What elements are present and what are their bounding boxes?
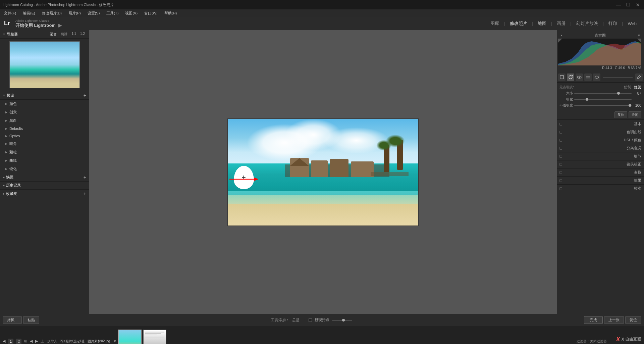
filmstrip-prev-arrow[interactable]: ◀ [30,339,33,343]
graduated-filter-tool[interactable] [584,73,592,81]
collections-add-btn[interactable]: + [84,191,86,196]
histogram-r-value: 44.3 [605,66,612,70]
titlebar-controls[interactable]: — ❐ ✕ [615,2,641,7]
menu-file[interactable]: 文件(F) [1,10,19,16]
preset-group-vignette-header[interactable]: ▶ 暗角 [0,140,89,147]
watermark-x: X [616,336,620,343]
module-tab-web[interactable]: Web [625,20,640,28]
preset-group-defaults-header[interactable]: ▶ Defaults [0,126,89,132]
module-tab-map[interactable]: 地图 [534,19,550,28]
radial-filter-tool[interactable] [593,73,600,81]
collections-header[interactable]: ▶ 收藏夹 + [0,190,89,198]
spot-visibility-slider[interactable] [332,320,352,321]
crop-tool[interactable] [558,73,566,81]
spot-imitate-btn[interactable]: 仿制 [624,85,631,90]
histogram-g-value: 49.6 [619,66,625,70]
zoom-fill[interactable]: 填满 [59,32,69,37]
preset-group-bw-header[interactable]: ▶ 黑白 [0,117,89,124]
filmstrip-thumb-2[interactable] [143,330,166,344]
section-tone-dot [559,131,562,134]
filmstrip-num2[interactable]: 2 [16,339,21,344]
presets-header[interactable]: ▼ 预设 + [0,91,89,100]
section-tone-curve[interactable]: 色调曲线 [557,128,644,136]
zoom-1to2[interactable]: 1:2 [79,32,86,37]
adjustment-brush-tool[interactable] [635,73,643,81]
close-btn[interactable]: ✕ [635,2,641,7]
filmstrip-num1[interactable]: 1 [8,339,13,344]
quicksnap-header[interactable]: ▶ 快照 + [0,173,89,182]
preset-group-creative-label: 创意 [9,110,17,115]
filmstrip-next-arrow[interactable]: ▶ [35,339,38,343]
spot-visibility-check-icon[interactable] [309,318,312,322]
module-tab-slideshow[interactable]: 幻灯片放映 [573,19,601,28]
main-photo[interactable]: + [227,118,419,226]
menu-edit[interactable]: 编辑(E) [20,10,38,16]
close-btn[interactable]: 关闭 [629,111,641,118]
menu-view[interactable]: 视图(V) [122,10,140,16]
spot-visibility-checkbox[interactable]: 显现污点 [309,317,329,323]
preset-group-grain-header[interactable]: ▶ 颗粒 [0,149,89,156]
section-lens-correct[interactable]: 镜头校正 [557,160,644,168]
section-basic[interactable]: 基本 [557,120,644,128]
filmstrip-expand-left[interactable]: ◀ [3,339,5,343]
preset-group-curves-header[interactable]: ▶ 曲线 [0,157,89,164]
paste-settings-btn[interactable]: 粘贴 [23,316,39,324]
module-tabs: 图库 | 修改照片 | 地图 | 画册 | 幻灯片放映 | 打印 | Web [487,19,640,28]
done-button[interactable]: 完成 [584,316,603,324]
spot-removal-tool[interactable] [567,73,574,81]
preset-group-color-header[interactable]: ▶ 颜色 [0,100,89,107]
copy-settings-btn[interactable]: 拷贝... [3,316,22,324]
filmstrip-nav: ◀ 1 2 ⊞ ◀ ▶ [3,339,38,344]
quicksnap-add-btn[interactable]: + [84,175,86,180]
prev-image-btn[interactable]: 上一张 [604,316,624,324]
reset-btn[interactable]: 复位 [614,111,627,118]
menu-window[interactable]: 窗口(W) [142,10,160,16]
menu-photo[interactable]: 照片(P) [66,10,84,16]
chevron-down-icon: ▶ [5,135,7,138]
menubar: 文件(F) 编辑(E) 修改照片(D) 照片(P) 设置(S) 工具(T) 视图… [0,9,644,17]
menu-develop[interactable]: 修改照片(D) [39,10,64,16]
feather-slider[interactable] [574,99,632,100]
feather-slider-thumb[interactable] [586,98,588,101]
section-split-toning[interactable]: 分离色调 [557,144,644,152]
section-detail[interactable]: 细节 [557,152,644,160]
zoom-1to1[interactable]: 1:1 [70,32,77,37]
zoom-fit[interactable]: 适合 [49,32,58,37]
size-slider[interactable] [574,93,632,94]
history-header[interactable]: ▶ 历史记录 [0,182,89,190]
size-slider-thumb[interactable] [617,92,620,95]
preset-group-sharpen-header[interactable]: ▶ 锐化 [0,165,89,173]
opacity-slider[interactable] [574,105,632,106]
module-tab-library[interactable]: 图库 [487,19,502,28]
preset-group-optics-header[interactable]: ▶ Optics [0,133,89,139]
preset-group-creative-header[interactable]: ▶ 创意 [0,109,89,116]
module-tab-develop[interactable]: 修改照片 [506,19,531,28]
menu-tools[interactable]: 工具(T) [104,10,121,16]
main-layout: ▼ 导航器 适合 填满 1:1 1:2 ▼ [0,30,644,314]
filmstrip-dropdown-icon[interactable]: ▼ [113,339,117,344]
module-tab-book[interactable]: 画册 [553,19,569,28]
spot-repair-btn[interactable]: 修复 [634,85,641,90]
filmstrip-thumb-1[interactable] [118,330,142,344]
menu-help[interactable]: 帮助(H) [162,10,179,16]
filmstrip-grid-icon[interactable]: ⊞ [24,339,27,343]
menu-settings[interactable]: 设置(S) [85,10,103,16]
section-calibrate[interactable]: 校准 [557,184,644,192]
opacity-slider-thumb[interactable] [629,104,631,107]
spot-vis-thumb[interactable] [342,319,345,322]
histogram-header[interactable]: ▲ 直方图 ▼ [558,32,643,39]
minimize-btn[interactable]: — [615,2,622,7]
navigator-header[interactable]: ▼ 导航器 适合 填满 1:1 1:2 [0,30,89,39]
histogram-expand-icon[interactable]: ▼ [637,34,641,37]
section-effects[interactable]: 效果 [557,176,644,184]
presets-add-btn[interactable]: + [84,93,86,98]
lr-title-main[interactable]: 开始使用 Lightroom ▶ [15,23,62,28]
navigator-thumbnail-area[interactable] [0,39,89,91]
maximize-btn[interactable]: ❐ [625,2,632,7]
section-hsl[interactable]: HSL / 颜色 [557,136,644,144]
spot-type-buttons: 仿制 修复 [624,85,641,90]
red-eye-tool[interactable] [576,73,583,81]
reset-develop-btn[interactable]: 复位 [625,316,641,324]
module-tab-print[interactable]: 打印 [605,19,621,28]
section-transform[interactable]: 变换 [557,168,644,176]
